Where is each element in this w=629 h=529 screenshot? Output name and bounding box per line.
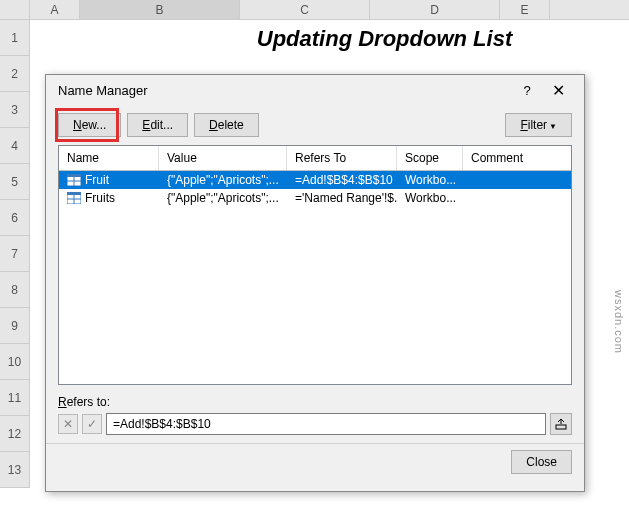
row-header-12[interactable]: 12: [0, 416, 30, 452]
svg-rect-8: [556, 425, 566, 429]
row-header-13[interactable]: 13: [0, 452, 30, 488]
row-header-5[interactable]: 5: [0, 164, 30, 200]
refers-to-section: Refers to: ✕ ✓: [46, 385, 584, 441]
chevron-down-icon: ▼: [549, 122, 557, 131]
commit-edit-button[interactable]: ✓: [82, 414, 102, 434]
row-header-6[interactable]: 6: [0, 200, 30, 236]
delete-button[interactable]: Delete: [194, 113, 259, 137]
item-value: {"Apple";"Apricots";...: [159, 173, 287, 187]
col-header-e[interactable]: E: [500, 0, 550, 19]
item-refers: ='Named Range'!$...: [287, 191, 397, 205]
refers-to-input[interactable]: [106, 413, 546, 435]
collapse-icon: [555, 418, 567, 430]
list-item[interactable]: Fruits {"Apple";"Apricots";... ='Named R…: [59, 189, 571, 207]
column-headers: A B C D E: [0, 0, 629, 20]
dialog-titlebar[interactable]: Name Manager ? ✕: [46, 75, 584, 105]
row-header-11[interactable]: 11: [0, 380, 30, 416]
col-comment[interactable]: Comment: [463, 146, 571, 170]
row-header-1[interactable]: 1: [0, 20, 30, 56]
select-all-corner[interactable]: [0, 0, 30, 19]
table-icon: [67, 174, 81, 186]
col-name[interactable]: Name: [59, 146, 159, 170]
item-value: {"Apple";"Apricots";...: [159, 191, 287, 205]
new-button[interactable]: New...: [58, 113, 121, 137]
dialog-footer: Close: [46, 443, 584, 484]
table-icon: [67, 192, 81, 204]
row-header-8[interactable]: 8: [0, 272, 30, 308]
row-header-9[interactable]: 9: [0, 308, 30, 344]
collapse-dialog-button[interactable]: [550, 413, 572, 435]
name-manager-dialog: Name Manager ? ✕ New... Edit... Delete F…: [45, 74, 585, 492]
item-name: Fruit: [85, 173, 109, 187]
list-header: Name Value Refers To Scope Comment: [59, 146, 571, 171]
list-item[interactable]: Fruit {"Apple";"Apricots";... =Add!$B$4:…: [59, 171, 571, 189]
item-scope: Workbo...: [397, 191, 463, 205]
cancel-edit-button[interactable]: ✕: [58, 414, 78, 434]
help-button[interactable]: ?: [514, 83, 540, 98]
col-header-c[interactable]: C: [240, 0, 370, 19]
page-title: Updating Dropdown List: [30, 20, 629, 56]
dialog-title: Name Manager: [58, 83, 514, 98]
refers-to-label: Refers to:: [58, 395, 572, 409]
col-scope[interactable]: Scope: [397, 146, 463, 170]
watermark: wsxdn.com: [613, 290, 625, 354]
item-name: Fruits: [85, 191, 115, 205]
row-header-2[interactable]: 2: [0, 56, 30, 92]
item-scope: Workbo...: [397, 173, 463, 187]
close-button[interactable]: Close: [511, 450, 572, 474]
row-header-10[interactable]: 10: [0, 344, 30, 380]
item-refers: =Add!$B$4:$B$10: [287, 173, 397, 187]
col-header-d[interactable]: D: [370, 0, 500, 19]
close-icon[interactable]: ✕: [540, 81, 576, 100]
col-refers[interactable]: Refers To: [287, 146, 397, 170]
row-header-7[interactable]: 7: [0, 236, 30, 272]
row-header-3[interactable]: 3: [0, 92, 30, 128]
row-header-4[interactable]: 4: [0, 128, 30, 164]
col-value[interactable]: Value: [159, 146, 287, 170]
names-list[interactable]: Name Value Refers To Scope Comment Fruit…: [58, 145, 572, 385]
col-header-b[interactable]: B: [80, 0, 240, 19]
filter-button[interactable]: Filter▼: [505, 113, 572, 137]
edit-button[interactable]: Edit...: [127, 113, 188, 137]
col-header-a[interactable]: A: [30, 0, 80, 19]
dialog-toolbar: New... Edit... Delete Filter▼: [46, 105, 584, 145]
